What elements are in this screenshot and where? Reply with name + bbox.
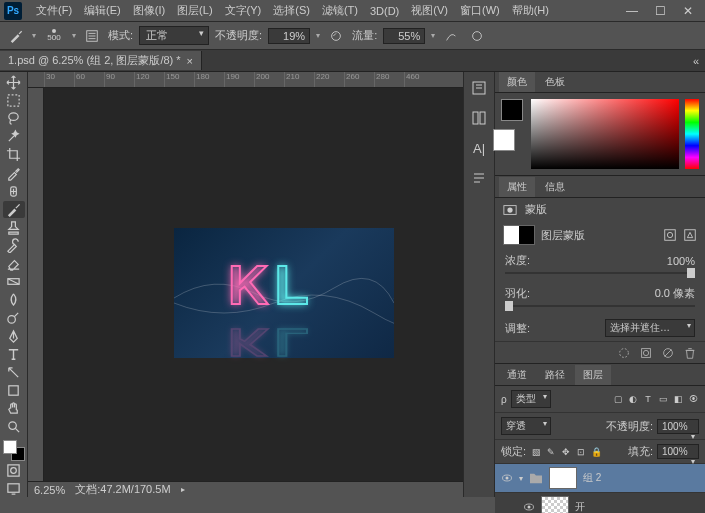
filter-type-icon[interactable]: T [642, 393, 654, 405]
pressure-opacity-icon[interactable] [326, 26, 346, 46]
hue-slider[interactable] [685, 99, 699, 169]
layer-thumb[interactable] [541, 496, 569, 513]
expand-icon[interactable]: ▾ [519, 474, 523, 483]
menu-view[interactable]: 视图(V) [405, 3, 454, 18]
lasso-tool[interactable] [3, 110, 25, 127]
close-tab-icon[interactable]: × [187, 55, 193, 67]
eraser-tool[interactable] [3, 255, 25, 272]
path-tool[interactable] [3, 364, 25, 381]
eyedropper-tool[interactable] [3, 165, 25, 182]
filter-toggle-icon[interactable]: ⦿ [687, 393, 699, 405]
paragraph-panel-icon[interactable] [469, 168, 489, 188]
dodge-tool[interactable] [3, 309, 25, 326]
hand-tool[interactable] [3, 400, 25, 417]
filter-adj-icon[interactable]: ◐ [627, 393, 639, 405]
layers-tab[interactable]: 图层 [575, 365, 611, 385]
info-tab[interactable]: 信息 [537, 177, 573, 197]
zoom-level[interactable]: 6.25% [34, 484, 65, 496]
menu-edit[interactable]: 编辑(E) [78, 3, 127, 18]
menu-3d[interactable]: 3D(D) [364, 5, 405, 17]
brush-tool[interactable] [3, 201, 25, 218]
visibility-icon[interactable] [501, 472, 513, 484]
marquee-tool[interactable] [3, 92, 25, 109]
lock-nest-icon[interactable]: ⊡ [575, 446, 587, 458]
layer-row[interactable]: 开 [495, 493, 705, 513]
stamp-tool[interactable] [3, 219, 25, 236]
gradient-tool[interactable] [3, 273, 25, 290]
filter-smart-icon[interactable]: ◧ [672, 393, 684, 405]
maximize-button[interactable]: ☐ [653, 4, 667, 18]
document-tab[interactable]: 1.psd @ 6.25% (组 2, 图层蒙版/8) * × [0, 51, 202, 70]
flow-chevron-icon[interactable]: ▾ [431, 31, 435, 40]
select-and-mask-button[interactable]: 选择并遮住… [605, 319, 695, 337]
vector-mask-icon[interactable] [683, 228, 697, 242]
pixel-mask-icon[interactable] [663, 228, 677, 242]
opacity-input[interactable]: 19% [268, 28, 310, 44]
background-swatch[interactable] [493, 129, 515, 151]
menu-help[interactable]: 帮助(H) [506, 3, 555, 18]
blend-mode-select[interactable]: 正常 [139, 26, 209, 45]
paths-tab[interactable]: 路径 [537, 365, 573, 385]
menu-image[interactable]: 图像(I) [127, 3, 171, 18]
feather-slider[interactable] [505, 305, 695, 307]
density-value[interactable]: 100% [667, 255, 695, 267]
menu-layer[interactable]: 图层(L) [171, 3, 218, 18]
brush-panel-icon[interactable] [82, 26, 102, 46]
properties-tab[interactable]: 属性 [499, 177, 535, 197]
color-swatches[interactable] [3, 440, 25, 461]
filter-shape-icon[interactable]: ▭ [657, 393, 669, 405]
heal-tool[interactable] [3, 183, 25, 200]
screenmode-tool[interactable] [3, 480, 25, 497]
move-tool[interactable] [3, 74, 25, 91]
lock-trans-icon[interactable]: ▧ [530, 446, 542, 458]
blur-tool[interactable] [3, 291, 25, 308]
brush-preview[interactable]: 500 [42, 24, 66, 48]
history-panel-icon[interactable] [469, 78, 489, 98]
load-selection-icon[interactable] [617, 346, 631, 360]
close-button[interactable]: ✕ [681, 4, 695, 18]
menu-select[interactable]: 选择(S) [267, 3, 316, 18]
char-panel-icon[interactable] [469, 108, 489, 128]
pen-tool[interactable] [3, 328, 25, 345]
layer-name[interactable]: 开 [575, 500, 585, 513]
layer-filter-select[interactable]: 类型 [511, 390, 551, 408]
apply-mask-icon[interactable] [639, 346, 653, 360]
color-field[interactable] [531, 99, 679, 169]
arrange-chevron-icon[interactable]: « [693, 55, 699, 67]
brush-tool-icon[interactable] [6, 26, 26, 46]
layer-fill-input[interactable]: 100% [657, 444, 699, 459]
delete-mask-icon[interactable] [683, 346, 697, 360]
menu-type[interactable]: 文字(Y) [219, 3, 268, 18]
channels-tab[interactable]: 通道 [499, 365, 535, 385]
menu-filter[interactable]: 滤镜(T) [316, 3, 364, 18]
flow-input[interactable]: 55% [383, 28, 425, 44]
brush-chevron-icon[interactable]: ▾ [72, 31, 76, 40]
disable-mask-icon[interactable] [661, 346, 675, 360]
feather-value[interactable]: 0.0 像素 [655, 286, 695, 301]
zoom-tool[interactable] [3, 418, 25, 435]
mask-thumbnail[interactable] [503, 225, 535, 245]
lock-all-icon[interactable]: 🔒 [590, 446, 602, 458]
crop-tool[interactable] [3, 146, 25, 163]
layer-opacity-input[interactable]: 100% [657, 419, 699, 434]
foreground-swatch[interactable] [501, 99, 523, 121]
airbrush-icon[interactable] [441, 26, 461, 46]
status-chevron-icon[interactable]: ▸ [181, 485, 185, 494]
history-brush-tool[interactable] [3, 237, 25, 254]
type-panel-icon[interactable]: A| [469, 138, 489, 158]
layer-name[interactable]: 组 2 [583, 471, 601, 485]
color-tab[interactable]: 颜色 [499, 72, 535, 92]
type-tool[interactable] [3, 346, 25, 363]
swatches-tab[interactable]: 色板 [537, 72, 573, 92]
layer-blend-select[interactable]: 穿透 [501, 417, 551, 435]
filter-image-icon[interactable]: ▢ [612, 393, 624, 405]
minimize-button[interactable]: — [625, 4, 639, 18]
lock-paint-icon[interactable]: ✎ [545, 446, 557, 458]
menu-file[interactable]: 文件(F) [30, 3, 78, 18]
wand-tool[interactable] [3, 128, 25, 145]
canvas[interactable]: KL KL [44, 88, 463, 481]
mask-thumb[interactable] [549, 467, 577, 489]
density-slider[interactable] [505, 272, 695, 274]
shape-tool[interactable] [3, 382, 25, 399]
menu-window[interactable]: 窗口(W) [454, 3, 506, 18]
